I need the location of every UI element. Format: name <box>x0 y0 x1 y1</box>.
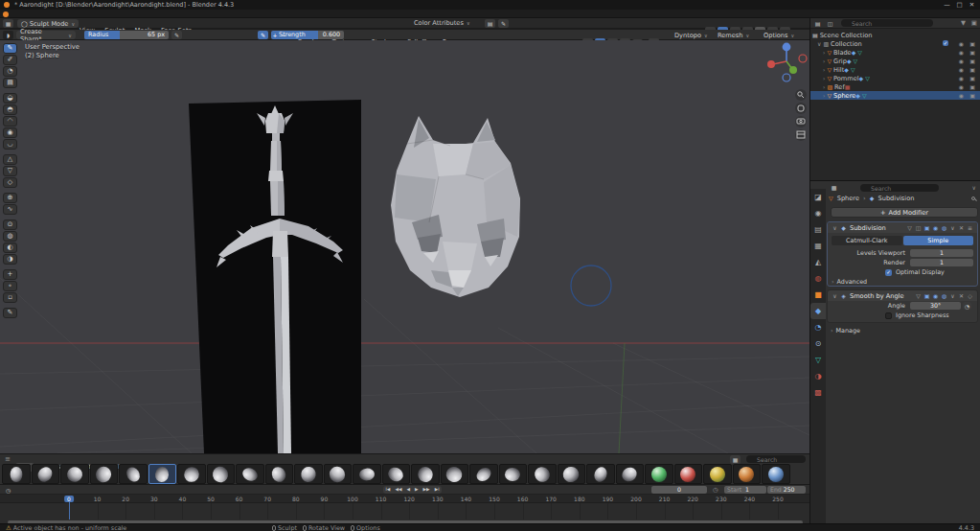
properties-tab-world[interactable]: ◍ <box>810 270 826 287</box>
brush-asset-clay-brush[interactable] <box>32 464 60 484</box>
brush-preview-icon[interactable]: ◗ <box>3 31 13 39</box>
on-cage-icon[interactable]: ◫ <box>914 224 923 231</box>
jump-to-end-button[interactable]: ▶I <box>432 486 442 494</box>
tool-scrape[interactable]: ▽ <box>3 166 17 176</box>
modifier-wrench-icon[interactable]: ◆ <box>847 57 852 65</box>
breadcrumb-modifier[interactable]: Subdivision <box>878 195 915 202</box>
outliner-row-grip[interactable]: ›▽Grip ◆▽◉▣ <box>810 57 980 65</box>
dyntopo-dropdown[interactable]: Dyntopo <box>671 31 712 39</box>
tool-layer[interactable]: ◒ <box>3 93 17 104</box>
geometry-nodes-icon[interactable]: ▽ <box>862 91 867 100</box>
edit-mode-display-icon[interactable]: ▣ <box>923 224 931 231</box>
brush-asset-mask-brush[interactable] <box>382 464 411 484</box>
shelf-display-mode-icon[interactable]: ▦ <box>730 455 741 464</box>
geometry-nodes-icon[interactable]: ▽ <box>857 48 862 57</box>
expand-caret-icon[interactable]: › <box>823 82 825 91</box>
breadcrumb-object[interactable]: Sphere <box>837 195 859 202</box>
start-frame-field[interactable]: Start 1 <box>724 486 766 494</box>
realtime-display-icon[interactable]: ◉ <box>931 292 940 299</box>
timeline-editor-type-icon[interactable]: ◷ <box>3 486 13 495</box>
hide-viewport-icon[interactable]: ◉ <box>959 82 964 91</box>
maximize-button[interactable]: □ <box>953 0 966 10</box>
current-frame-indicator[interactable]: 0 <box>64 496 74 502</box>
outliner-row-blade[interactable]: ›▽Blade ◆▽◉▣ <box>810 48 980 57</box>
tool-inflate[interactable]: ◓ <box>3 104 17 115</box>
levels-viewport-field[interactable]: 1 <box>910 249 973 257</box>
tool-snake-hook[interactable]: ∿ <box>3 204 17 215</box>
color-attributes-dropdown[interactable]: Color Attributes <box>414 18 470 28</box>
hide-viewport-icon[interactable]: ◉ <box>959 65 964 74</box>
properties-editor-type-icon[interactable]: ▩ <box>829 183 839 192</box>
subdivision-panel-header[interactable]: ∨ ◆ Subdivision ▽ ◫ ▣ ◉ ◍ ∨ ✕ ≡ <box>828 222 977 233</box>
hide-viewport-icon[interactable]: ◉ <box>959 39 964 48</box>
smooth-panel-header[interactable]: ∨ ◈ Smooth by Angle ▽ ▣ ◉ ◍ ∨ ✕ ◇ <box>828 290 977 301</box>
brush-asset-clay-thumb-brush[interactable] <box>90 464 119 484</box>
tool-crease[interactable]: ◠ <box>3 116 17 127</box>
brush-asset-flatten-brush[interactable] <box>265 464 294 484</box>
hide-viewport-icon[interactable]: ◉ <box>959 48 964 57</box>
pin-modifier-icon[interactable]: ◇ <box>966 292 974 299</box>
properties-tab-tool[interactable]: ◪ <box>810 189 826 205</box>
brush-asset-fill-brush[interactable] <box>236 464 264 484</box>
expand-caret-icon[interactable]: › <box>823 91 825 100</box>
hide-viewport-icon[interactable]: ◉ <box>959 91 964 100</box>
brush-asset-crease-brush[interactable] <box>119 464 148 484</box>
hide-viewport-icon[interactable]: ◉ <box>959 57 964 65</box>
brush-asset-layer-brush[interactable] <box>353 464 381 484</box>
modifier-wrench-icon[interactable]: ◆ <box>852 48 856 57</box>
brush-asset-blob-brush[interactable] <box>2 464 31 484</box>
3d-viewport[interactable]: ✎✐◔▤◒◓◠◉◡△▽◇⊕∿⊙◍◐◑+∘▫✎ User Perspective … <box>0 40 809 453</box>
tab-catmull-clark[interactable]: Catmull-Clark <box>832 236 902 245</box>
tool-draw-sharp[interactable]: ✐ <box>3 55 17 65</box>
tool-pose[interactable]: ⊙ <box>3 219 17 230</box>
extras-dropdown-icon[interactable]: ∨ <box>948 292 957 299</box>
tool-grab[interactable]: ⊕ <box>3 193 17 203</box>
properties-tab-physics[interactable]: ◔ <box>810 319 826 335</box>
add-brush-button[interactable]: + <box>271 31 279 39</box>
render-display-icon[interactable]: ◍ <box>940 224 948 231</box>
end-frame-field[interactable]: End 250 <box>767 486 806 494</box>
filter-icon[interactable]: ▼ <box>961 19 966 27</box>
expand-icon[interactable]: ∨ <box>831 292 839 299</box>
minimize-button[interactable]: — <box>941 0 953 10</box>
editor-type-icon[interactable]: ▦ <box>3 19 13 28</box>
strength-pressure-icon[interactable]: ✎ <box>258 31 268 39</box>
new-collection-icon[interactable]: ▣ <box>971 19 977 27</box>
tool-scale[interactable]: ▫ <box>3 292 17 303</box>
brush-asset-erase-multires-brush[interactable] <box>674 464 703 484</box>
tool-face-sets[interactable]: ◑ <box>3 254 17 265</box>
properties-tab-object[interactable]: ■ <box>810 287 826 303</box>
expand-caret-icon[interactable]: ∨ <box>817 39 821 48</box>
geometry-nodes-icon[interactable]: ▽ <box>865 74 870 82</box>
prev-keyframe-button[interactable]: ◀◀ <box>393 486 404 494</box>
tool-clay[interactable]: ◔ <box>3 66 17 77</box>
properties-tab-constraints[interactable]: ⊙ <box>810 335 826 352</box>
outliner-row-sphere[interactable]: ›▽Sphere ◆▽◉▣ <box>810 91 980 100</box>
edit-mode-display-icon[interactable]: ▣ <box>923 292 931 299</box>
modifier-wrench-icon[interactable]: ◆ <box>855 91 860 100</box>
properties-search-input[interactable] <box>860 184 939 192</box>
disable-render-icon[interactable]: ▣ <box>969 57 975 65</box>
vertex-group-icon[interactable]: ▽ <box>914 292 923 299</box>
timeline-ruler[interactable]: 1020304050607080901001101201301401501601… <box>0 495 809 503</box>
options-dropdown[interactable]: Options <box>760 31 798 39</box>
brush-asset-multiplane-scrape-brush[interactable] <box>411 464 440 484</box>
properties-tab-view-layer[interactable]: ▦ <box>810 238 826 254</box>
shelf-menu-icon[interactable]: ≡ <box>5 455 11 463</box>
tool-blob[interactable]: ◉ <box>3 127 17 138</box>
playhead-line[interactable] <box>69 502 70 519</box>
expand-caret-icon[interactable]: › <box>823 57 825 65</box>
tool-move[interactable]: + <box>3 269 17 280</box>
expand-caret-icon[interactable]: › <box>823 65 825 74</box>
use-preview-range-icon[interactable]: ◷ <box>713 486 718 494</box>
tool-smooth[interactable]: ◡ <box>3 139 17 150</box>
optimal-display-checkbox[interactable]: ✓ <box>885 269 892 276</box>
next-keyframe-button[interactable]: ▶▶ <box>421 486 432 494</box>
properties-tab-render[interactable]: ◉ <box>810 205 826 221</box>
outliner-row-collection[interactable]: ∨▥Collection✓◉▣ <box>810 39 980 48</box>
properties-tab-scene[interactable]: ◭ <box>810 254 826 270</box>
tool-draw[interactable]: ✎ <box>3 43 17 54</box>
hide-viewport-icon[interactable]: ◉ <box>959 74 964 82</box>
tool-clay-strips[interactable]: ▤ <box>3 78 17 88</box>
ignore-sharpness-checkbox[interactable] <box>885 312 892 319</box>
